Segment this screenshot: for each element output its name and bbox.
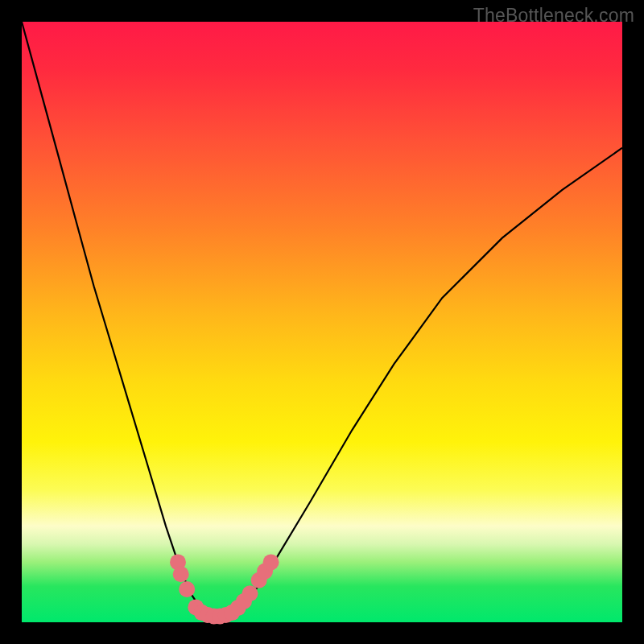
highlight-point xyxy=(179,581,195,597)
highlight-point xyxy=(263,554,279,570)
highlight-point xyxy=(173,566,189,582)
highlight-point xyxy=(242,585,258,601)
bottleneck-chart xyxy=(22,22,622,622)
highlight-markers xyxy=(170,554,279,624)
bottleneck-curve-line xyxy=(22,22,622,617)
